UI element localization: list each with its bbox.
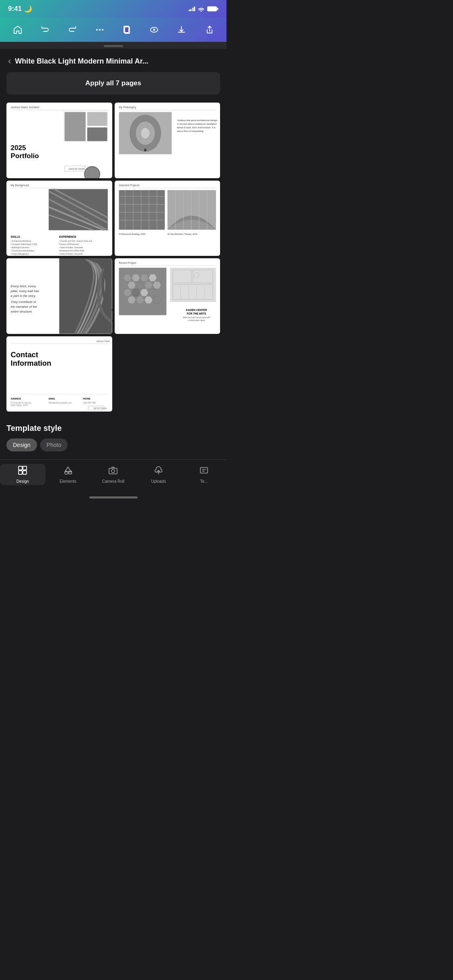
style-chips: Design Photo bbox=[6, 439, 220, 451]
back-button[interactable]: ‹ bbox=[8, 56, 11, 66]
apply-all-label: Apply all 7 pages bbox=[85, 79, 141, 87]
svg-text:(123) 456-7890: (123) 456-7890 bbox=[83, 401, 96, 404]
svg-rect-115 bbox=[19, 466, 22, 470]
svg-text:Recent Project: Recent Project bbox=[119, 261, 136, 265]
svg-rect-117 bbox=[19, 471, 22, 474]
svg-text:• Senior Architect, Greendale: • Senior Architect, Greendale bbox=[59, 246, 83, 248]
svg-text:• Building/Construction: • Building/Construction bbox=[11, 246, 30, 248]
svg-text:entire structure.: entire structure. bbox=[11, 310, 33, 313]
template-style-title: Template style bbox=[6, 424, 220, 433]
nav-camera-label: Camera Roll bbox=[102, 479, 125, 484]
drag-bar bbox=[104, 45, 123, 47]
svg-text:123 Anytown St. Any City: 123 Anytown St. Any City bbox=[11, 401, 32, 404]
redo-button[interactable] bbox=[64, 22, 80, 38]
template-page-5[interactable]: Every brick, every pillar, every wall ha… bbox=[6, 258, 112, 334]
battery-icon bbox=[207, 6, 218, 12]
svg-point-2 bbox=[96, 29, 98, 31]
template-grid: Jackson Davis, Architect 2025 Portfolio … bbox=[0, 103, 226, 420]
svg-text:My Background: My Background bbox=[11, 184, 29, 187]
svg-text:They contribute to: They contribute to bbox=[11, 300, 37, 304]
home-bar bbox=[89, 496, 138, 498]
svg-text:• Computer-Aided Design (CAD): • Computer-Aided Design (CAD) bbox=[11, 243, 37, 245]
svg-text:• Construction Administration: • Construction Administration bbox=[11, 249, 35, 251]
nav-te-label: Te... bbox=[200, 479, 208, 484]
nav-elements-label: Elements bbox=[60, 479, 76, 484]
home-button[interactable] bbox=[10, 22, 26, 38]
pages-button[interactable] bbox=[119, 22, 135, 38]
wifi-icon bbox=[198, 6, 205, 12]
svg-rect-14 bbox=[87, 112, 107, 126]
svg-point-9 bbox=[153, 29, 155, 31]
panel-header: ‹ White Black Light Modern Minimal Ar... bbox=[0, 49, 226, 72]
svg-text:SKILLS: SKILLS bbox=[11, 235, 21, 238]
share-button[interactable] bbox=[201, 22, 217, 38]
svg-text:Multi-use multi-use structure : Multi-use multi-use structure with bbox=[183, 317, 210, 319]
bottom-nav: Design Elements Camera Roll bbox=[0, 459, 226, 493]
svg-rect-15 bbox=[87, 128, 107, 141]
svg-rect-118 bbox=[23, 471, 27, 474]
style-chip-photo[interactable]: Photo bbox=[40, 439, 68, 451]
svg-text:hello@awesomejobsite.com: hello@awesomejobsite.com bbox=[49, 401, 72, 404]
moon-icon: 🌙 bbox=[24, 5, 32, 13]
svg-text:Jackson Davis: Jackson Davis bbox=[96, 340, 110, 342]
uploads-icon bbox=[154, 465, 163, 478]
svg-text:Partners (2029-present): Partners (2029-present) bbox=[59, 243, 79, 245]
svg-rect-100 bbox=[6, 336, 112, 412]
panel-title: White Black Light Modern Minimal Ar... bbox=[15, 57, 218, 66]
svg-text:ADDRESS: ADDRESS bbox=[11, 397, 21, 400]
nav-elements[interactable]: Elements bbox=[45, 464, 91, 485]
template-page-1[interactable]: Jackson Davis, Architect 2025 Portfolio … bbox=[6, 103, 112, 178]
status-icons bbox=[189, 6, 219, 12]
svg-text:EMAIL: EMAIL bbox=[49, 397, 56, 400]
template-page-2[interactable]: My Philosophy I believe that good archit… bbox=[115, 103, 220, 178]
svg-text:EXPERIENCE: EXPERIENCE bbox=[59, 235, 76, 238]
template-page-6[interactable]: Recent Project bbox=[115, 258, 220, 334]
svg-rect-121 bbox=[109, 468, 117, 474]
template-page-4[interactable]: Selected Projects bbox=[115, 181, 220, 256]
svg-text:Information: Information bbox=[11, 359, 51, 367]
more-button[interactable] bbox=[92, 22, 108, 38]
nav-camera[interactable]: Camera Roll bbox=[91, 464, 136, 485]
home-indicator bbox=[0, 493, 226, 502]
svg-text:GET IN TOUCH: GET IN TOUCH bbox=[93, 407, 107, 409]
svg-point-28 bbox=[144, 149, 146, 152]
svg-text:• Senior Architect, Graysmith: • Senior Architect, Graysmith bbox=[59, 253, 83, 255]
svg-text:blend of style, form and funct: blend of style, form and function. It is bbox=[177, 126, 215, 129]
svg-point-3 bbox=[99, 29, 101, 31]
te-icon bbox=[199, 465, 209, 478]
nav-design[interactable]: Design bbox=[0, 464, 45, 485]
svg-text:Portfolio: Portfolio bbox=[11, 152, 39, 160]
svg-text:KADEN CENTER: KADEN CENTER bbox=[186, 309, 207, 311]
template-page-7[interactable]: Jackson Davis Contact Information ADDRES… bbox=[6, 336, 112, 412]
svg-text:Every brick, every: Every brick, every bbox=[11, 284, 37, 288]
svg-rect-13 bbox=[64, 112, 85, 141]
design-icon bbox=[18, 465, 27, 478]
apply-all-button[interactable]: Apply all 7 pages bbox=[6, 72, 220, 95]
template-style-section: Template style Design Photo bbox=[0, 420, 226, 459]
svg-rect-0 bbox=[207, 6, 217, 11]
nav-uploads[interactable]: Uploads bbox=[136, 464, 181, 485]
svg-rect-57 bbox=[119, 190, 165, 229]
svg-text:Jackson Davis, Architect: Jackson Davis, Architect bbox=[11, 106, 39, 109]
toolbar bbox=[0, 18, 226, 42]
svg-rect-1 bbox=[217, 8, 218, 10]
preview-button[interactable] bbox=[146, 22, 162, 38]
template-page-3[interactable]: My Background SKILLS EXPERIENCE • Archit… bbox=[6, 181, 112, 256]
svg-text:VIEW MY WORK: VIEW MY WORK bbox=[69, 168, 85, 170]
svg-text:My Philosophy: My Philosophy bbox=[119, 106, 136, 109]
style-chip-design[interactable]: Design bbox=[6, 439, 37, 451]
svg-point-4 bbox=[102, 29, 103, 31]
svg-text:FOR THE ARTS: FOR THE ARTS bbox=[187, 312, 206, 315]
undo-button[interactable] bbox=[37, 22, 53, 38]
svg-rect-123 bbox=[200, 467, 208, 473]
download-button[interactable] bbox=[173, 22, 189, 38]
svg-text:PHONE: PHONE bbox=[83, 397, 91, 400]
svg-rect-119 bbox=[65, 471, 68, 474]
svg-text:• Project Management: • Project Management bbox=[11, 253, 29, 255]
signal-icon bbox=[189, 6, 196, 11]
nav-design-label: Design bbox=[16, 479, 29, 484]
svg-text:pillar, every wall has: pillar, every wall has bbox=[10, 289, 39, 293]
time-display: 9:41 bbox=[8, 5, 22, 13]
svg-text:a part in the story.: a part in the story. bbox=[11, 294, 36, 298]
nav-te[interactable]: Te... bbox=[181, 464, 226, 485]
